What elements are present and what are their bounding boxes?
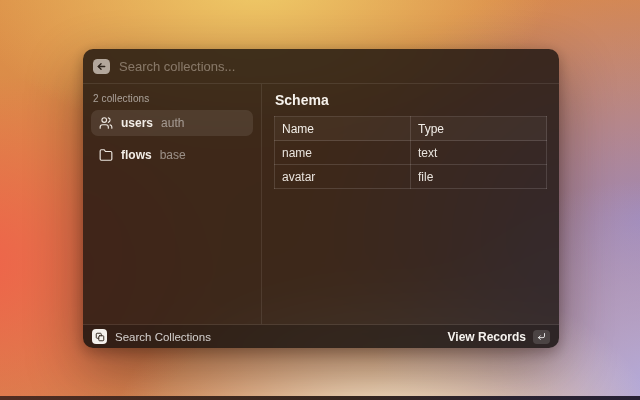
search-input[interactable] xyxy=(119,59,549,74)
field-type-cell: file xyxy=(411,165,547,189)
view-records-button[interactable]: View Records xyxy=(448,330,550,344)
schema-panel: Schema Name Type name text xyxy=(262,84,559,324)
bottom-edge-strip xyxy=(0,396,640,400)
search-collections-window: 2 collections users auth xyxy=(83,49,559,348)
users-icon xyxy=(99,116,113,130)
collections-icon xyxy=(92,329,107,344)
field-type-cell: text xyxy=(411,141,547,165)
view-records-label: View Records xyxy=(448,330,526,344)
footer-app-label: Search Collections xyxy=(115,331,211,343)
sidebar-item-label: flows xyxy=(121,148,152,162)
footer-bar: Search Collections View Records xyxy=(83,325,559,348)
collections-sidebar: 2 collections users auth xyxy=(83,84,261,324)
schema-title: Schema xyxy=(275,92,547,108)
collections-count-label: 2 collections xyxy=(93,93,253,104)
table-row: name text xyxy=(275,141,547,165)
column-header-name: Name xyxy=(275,117,411,141)
main-area: 2 collections users auth xyxy=(83,84,559,324)
column-header-type: Type xyxy=(411,117,547,141)
back-button[interactable] xyxy=(93,59,110,74)
schema-table: Name Type name text avatar file xyxy=(274,116,547,189)
sidebar-item-flows[interactable]: flows base xyxy=(91,142,253,168)
return-key-badge xyxy=(533,330,550,344)
search-bar xyxy=(83,49,559,83)
sidebar-item-badge: auth xyxy=(161,116,184,130)
sidebar-item-label: users xyxy=(121,116,153,130)
field-name-cell: name xyxy=(275,141,411,165)
return-key-icon xyxy=(537,332,546,341)
arrow-left-icon xyxy=(96,61,107,72)
field-name-cell: avatar xyxy=(275,165,411,189)
folder-icon xyxy=(99,148,113,162)
desktop-background: 2 collections users auth xyxy=(0,0,640,400)
sidebar-item-users[interactable]: users auth xyxy=(91,110,253,136)
table-row: avatar file xyxy=(275,165,547,189)
sidebar-item-badge: base xyxy=(160,148,186,162)
table-header-row: Name Type xyxy=(275,117,547,141)
